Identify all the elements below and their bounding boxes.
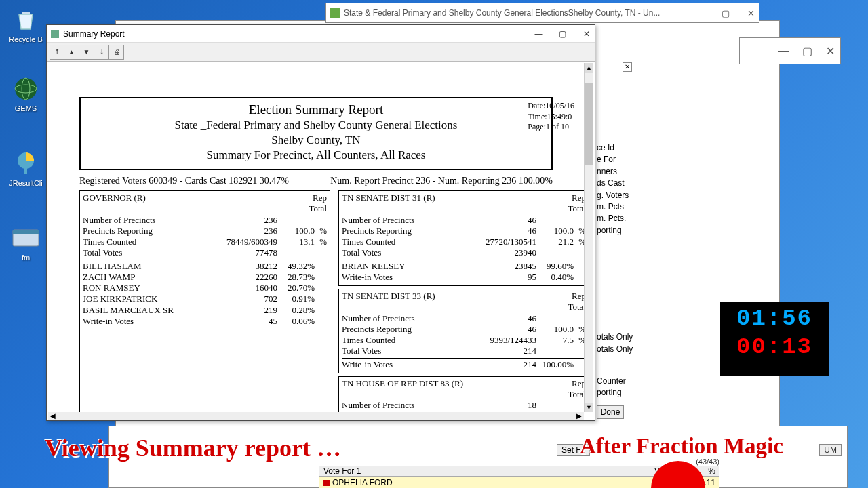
maximize-icon[interactable]: ▢ [722, 8, 730, 18]
timer-overlay: 01:56 00:13 [720, 302, 829, 376]
titlebar[interactable]: Summary Report — ▢ ✕ [47, 25, 595, 43]
next-page-button[interactable]: ▼ [79, 45, 94, 60]
minimize-icon[interactable]: — [695, 8, 704, 18]
desktop-icon-fm[interactable]: fm [5, 224, 46, 262]
sum-button[interactable]: UM [819, 444, 842, 456]
first-page-button[interactable]: ⤒ [50, 45, 64, 60]
svg-rect-0 [22, 12, 30, 14]
close-icon[interactable]: ✕ [623, 62, 632, 72]
caption-left: Viewing Summary report … [45, 434, 341, 462]
report-scope: Summary For Precinct, All Counters, All … [87, 148, 545, 162]
summary-report-window: Summary Report — ▢ ✕ ⤒ ▲ ▼ ⤓ 🖨 ▲ ▼ ◀ ▶ D… [46, 24, 595, 421]
timer-primary: 01:56 [720, 306, 829, 331]
print-button[interactable]: 🖨 [109, 45, 124, 60]
vertical-scrollbar[interactable]: ▲ ▼ [584, 63, 593, 412]
background-window-titlebar: State & Federal Primary and Shelby Count… [326, 3, 760, 23]
caption-right: After Fraction Magic [580, 434, 783, 459]
horizontal-scrollbar[interactable]: ◀ ▶ [48, 412, 584, 420]
desktop-label: fm [22, 253, 30, 262]
close-icon[interactable]: ✕ [747, 8, 755, 18]
scroll-left-icon[interactable]: ◀ [48, 412, 58, 420]
minimize-icon[interactable]: — [778, 45, 789, 57]
report-subtitle: State _Federal Primary and Shelby County… [87, 119, 545, 132]
report-title: Election Summary Report [87, 102, 545, 117]
report-body: Date:10/05/16 Time:15:49:0 Page:1 of 10 … [48, 63, 584, 412]
desktop-icon-recycle[interactable]: Recycle B [5, 5, 46, 43]
svg-rect-7 [13, 230, 39, 234]
svg-point-1 [15, 78, 37, 100]
scroll-right-icon[interactable]: ▶ [574, 412, 584, 420]
scrollbar-thumb[interactable] [585, 83, 593, 165]
stats-line: Registered Voters 600349 - Cards Cast 18… [79, 176, 553, 186]
scroll-up-icon[interactable]: ▲ [585, 63, 593, 73]
window-title: Summary Report [63, 29, 125, 39]
timer-secondary: 00:13 [720, 334, 829, 360]
bg-window-title: State & Federal Primary and Shelby Count… [344, 8, 660, 18]
close-button[interactable]: ✕ [582, 29, 591, 38]
report-meta: Date:10/05/16 Time:15:49:0 Page:1 of 10 [528, 101, 574, 133]
minimize-button[interactable]: — [534, 29, 543, 38]
desktop-label: Recycle B [9, 35, 43, 43]
maximize-button[interactable]: ▢ [558, 29, 567, 38]
background-window-controls: — ▢ ✕ [739, 37, 841, 64]
contest-house83: TN HOUSE OF REP DIST 83 (R)Rep Total Num… [338, 376, 584, 412]
desktop-label: JResultCli [9, 179, 43, 187]
maximize-icon[interactable]: ▢ [802, 45, 812, 58]
report-header: Date:10/05/16 Time:15:49:0 Page:1 of 10 … [79, 97, 553, 170]
desktop-icon-gems[interactable]: GEMS [5, 75, 46, 113]
last-page-button[interactable]: ⤓ [94, 45, 109, 60]
svg-rect-5 [24, 167, 27, 174]
report-location: Shelby County, TN [87, 134, 545, 147]
color-swatch-icon [323, 480, 330, 486]
done-button[interactable]: Done [597, 405, 624, 419]
app-icon [51, 30, 59, 38]
contest-senate33: TN SENATE DIST 33 (R)Rep Total Number of… [338, 289, 584, 373]
toolbar: ⤒ ▲ ▼ ⤓ 🖨 [47, 43, 595, 62]
desktop-icon-jresult[interactable]: JResultCli [5, 149, 46, 187]
contest-senate31: TN SENATE DIST 31 (R)Rep Total Number of… [338, 190, 584, 286]
app-icon [330, 8, 340, 18]
contest-governor: GOVERNOR (R)Rep Total Number of Precinct… [79, 190, 330, 412]
close-icon[interactable]: ✕ [826, 45, 835, 58]
partial-sidebar: ce Id e For nners ds Cast g. Voters m. P… [597, 142, 633, 399]
desktop-label: GEMS [15, 104, 37, 113]
prev-page-button[interactable]: ▲ [64, 45, 79, 60]
scroll-down-icon[interactable]: ▼ [585, 403, 593, 412]
